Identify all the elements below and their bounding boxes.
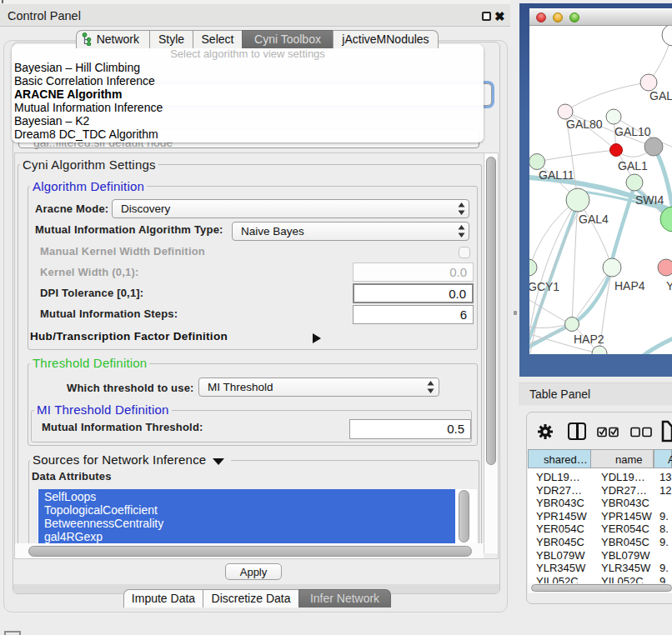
svg-text:Y: Y xyxy=(666,279,672,292)
svg-text:GCY1: GCY1 xyxy=(529,280,559,293)
svg-text:HAP4: HAP4 xyxy=(614,279,645,292)
svg-text:GAL: GAL xyxy=(649,89,672,102)
svg-text:SWI4: SWI4 xyxy=(635,193,664,207)
svg-text:GAL11: GAL11 xyxy=(539,168,574,182)
svg-text:GAL80: GAL80 xyxy=(566,118,603,131)
svg-text:HAP2: HAP2 xyxy=(574,332,604,346)
svg-text:GAL1: GAL1 xyxy=(618,159,648,172)
svg-text:GAL10: GAL10 xyxy=(614,125,651,138)
svg-text:GAL4: GAL4 xyxy=(579,212,609,226)
